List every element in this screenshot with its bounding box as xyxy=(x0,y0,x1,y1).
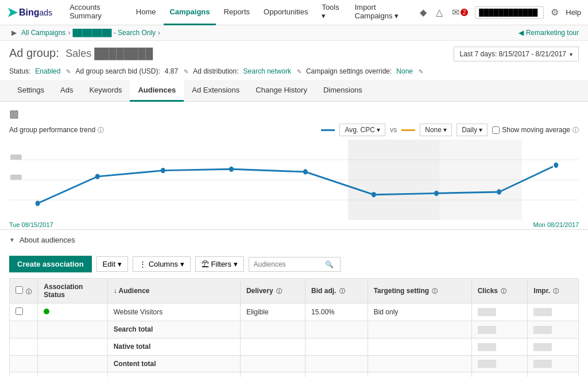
status-value[interactable]: Enabled xyxy=(35,67,60,75)
moving-avg-help-icon[interactable]: ⓘ xyxy=(572,126,579,134)
breadcrumb-sep1: › xyxy=(68,29,70,37)
metric1-button[interactable]: Avg. CPC ▾ xyxy=(339,124,385,136)
date-picker[interactable]: Last 7 days: 8/15/2017 - 8/21/2017 ▾ xyxy=(454,47,579,61)
nav-item-home[interactable]: Home xyxy=(130,0,162,25)
th-targeting-help[interactable]: ⓘ xyxy=(432,288,438,294)
row-status-cell xyxy=(38,303,107,321)
create-association-button[interactable]: Create association xyxy=(9,256,92,272)
nav-item-tools[interactable]: Tools ▾ xyxy=(316,0,346,25)
distribution-value[interactable]: Search network xyxy=(243,67,291,75)
chart-header: Ad group performance trend ⓘ Avg. CPC ▾ … xyxy=(9,124,579,136)
row-targeting-cell xyxy=(368,321,471,338)
tab-ad-extensions[interactable]: Ad Extensions xyxy=(184,80,247,102)
svg-point-11 xyxy=(303,169,308,174)
th-audience[interactable]: ↓ Audience xyxy=(107,279,240,303)
moving-avg-checkbox[interactable] xyxy=(492,126,500,134)
performance-chart xyxy=(9,140,579,220)
edit-button[interactable]: Edit ▾ xyxy=(96,256,128,272)
th-association-status: AssociationStatus xyxy=(38,279,107,303)
help-link[interactable]: Help xyxy=(566,8,581,17)
table-container: ⓘ AssociationStatus ↓ Audience Delivery … xyxy=(0,278,588,377)
nav-item-import[interactable]: Import Campaigns ▾ xyxy=(349,0,415,25)
th-impr-help[interactable]: ⓘ xyxy=(553,288,559,294)
row-impr-cell xyxy=(528,372,579,377)
bid-label: Ad group search bid (USD): xyxy=(75,67,160,75)
granularity-button[interactable]: Daily ▾ xyxy=(457,124,488,136)
alert-icon[interactable]: △ xyxy=(434,5,445,20)
row-delivery-cell xyxy=(240,355,305,372)
columns-icon: ⋮ xyxy=(139,260,146,268)
row-targeting-cell xyxy=(368,355,471,372)
tab-settings[interactable]: Settings xyxy=(9,80,52,102)
svg-point-7 xyxy=(36,201,40,206)
about-audiences-section[interactable]: ▼ About audiences xyxy=(0,229,588,250)
svg-rect-4 xyxy=(10,175,22,180)
nav-item-campaigns[interactable]: Campaigns xyxy=(164,0,215,25)
row-targeting-cell xyxy=(368,372,471,377)
chart-help-icon[interactable]: ⓘ xyxy=(98,126,104,134)
row-delivery-cell: Eligible xyxy=(240,303,305,321)
logo-brand: Bing xyxy=(19,7,40,18)
status-edit-icon[interactable]: ✎ xyxy=(66,68,71,75)
globe-icon[interactable]: ◆ xyxy=(417,5,429,20)
breadcrumb-all-campaigns[interactable]: All Campaigns xyxy=(21,29,65,37)
status-bar: Status: Enabled ✎ Ad group search bid (U… xyxy=(0,65,588,80)
svg-point-8 xyxy=(95,174,100,179)
th-help-assoc[interactable]: ⓘ xyxy=(26,288,32,295)
svg-point-13 xyxy=(434,191,439,196)
svg-rect-5 xyxy=(348,140,439,220)
audiences-search-input[interactable] xyxy=(254,260,323,268)
remarketing-icon: ◀ xyxy=(519,29,524,37)
nav-search-input[interactable] xyxy=(475,6,544,19)
row-bid-cell xyxy=(305,321,368,338)
nav-item-reports[interactable]: Reports xyxy=(218,0,256,25)
moving-avg-checkbox-label[interactable]: Show moving average ⓘ xyxy=(492,126,579,134)
settings-icon[interactable]: ⚙ xyxy=(548,5,561,20)
row-status-cell xyxy=(38,338,107,355)
settings-override-value[interactable]: None xyxy=(396,67,413,75)
th-clicks-help[interactable]: ⓘ xyxy=(501,288,506,294)
expand-icon[interactable]: ▶ xyxy=(11,29,17,37)
logo[interactable]: ➤ Bing ads xyxy=(7,5,52,20)
tab-ads[interactable]: Ads xyxy=(52,80,81,102)
row-impr-cell xyxy=(528,321,579,338)
tab-dimensions[interactable]: Dimensions xyxy=(315,80,370,102)
table-toolbar: Create association Edit ▾ ⋮ Columns ▾ ⛱ … xyxy=(0,250,588,278)
settings-override-label: Campaign settings override: xyxy=(306,67,392,75)
select-all-checkbox[interactable] xyxy=(16,286,23,294)
th-delivery-help[interactable]: ⓘ xyxy=(276,288,282,294)
row-checkbox[interactable] xyxy=(16,307,23,315)
bell-icon[interactable]: ✉2 xyxy=(450,5,471,20)
row-checkbox-cell xyxy=(10,355,38,372)
bid-edit-icon[interactable]: ✎ xyxy=(184,68,188,75)
search-icon: 🔍 xyxy=(325,260,334,268)
columns-button[interactable]: ⋮ Columns ▾ xyxy=(133,256,191,272)
chart-wrapper xyxy=(9,140,579,220)
th-targeting: Targeting setting ⓘ xyxy=(368,279,471,303)
logo-product: ads xyxy=(40,8,53,17)
table-row: Native total xyxy=(10,338,579,355)
search-box: 🔍 xyxy=(249,257,341,272)
row-audience-cell[interactable]: Website Visitors xyxy=(107,303,240,321)
th-bid-help[interactable]: ⓘ xyxy=(339,288,345,294)
distribution-label: Ad distribution: xyxy=(193,67,238,75)
legend-line-1 xyxy=(321,129,335,131)
tab-change-history[interactable]: Change History xyxy=(247,80,315,102)
filter-icon: ⛱ xyxy=(202,260,209,268)
filters-button[interactable]: ⛱ Filters ▾ xyxy=(195,256,244,272)
metric2-button[interactable]: None ▾ xyxy=(420,124,452,136)
row-impr-cell xyxy=(528,355,579,372)
svg-rect-6 xyxy=(439,140,522,220)
svg-rect-3 xyxy=(10,155,22,160)
row-checkbox-cell xyxy=(10,338,38,355)
nav-item-opportunities[interactable]: Opportunities xyxy=(258,0,314,25)
distribution-edit-icon[interactable]: ✎ xyxy=(297,68,301,75)
settings-edit-icon[interactable]: ✎ xyxy=(419,68,423,75)
tab-audiences[interactable]: Audiences xyxy=(130,80,184,102)
tab-keywords[interactable]: Keywords xyxy=(81,80,130,102)
remarketing-tour[interactable]: ◀ Remarketing tour xyxy=(519,29,579,37)
nav-item-accounts-summary[interactable]: Accounts Summary xyxy=(64,0,128,25)
legend-line-2 xyxy=(401,129,415,131)
breadcrumb-account[interactable]: ████████ - Search Only xyxy=(72,29,156,37)
chart-dates: Tue 08/15/2017 Mon 08/21/2017 xyxy=(9,220,579,229)
